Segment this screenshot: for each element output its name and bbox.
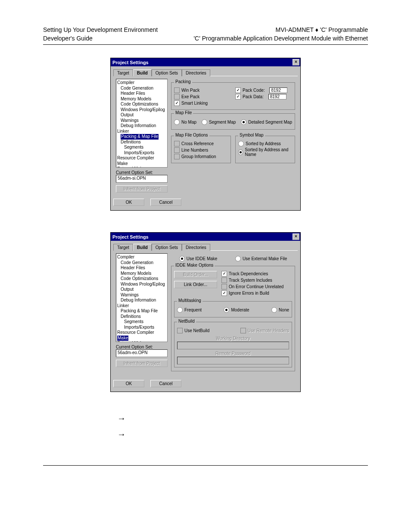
track-dependencies-checkbox[interactable] xyxy=(221,271,227,277)
tree-item[interactable]: Resource Compiler xyxy=(117,156,166,161)
win-pack-checkbox[interactable] xyxy=(174,87,180,93)
link-order-button[interactable]: Link Order... xyxy=(174,281,217,288)
tab-directories[interactable]: Directories xyxy=(182,244,210,251)
header-right-1b: 'C' Programmable xyxy=(320,26,368,33)
smart-linking-label: Smart Linking xyxy=(181,101,208,106)
tree-item[interactable]: Memory Models xyxy=(117,96,166,102)
moderate-radio[interactable] xyxy=(224,307,229,313)
tab-directories[interactable]: Directories xyxy=(182,69,210,76)
inherit-from-project-button: Inherit from Project xyxy=(116,360,168,367)
symbol-map-title: Symbol Map xyxy=(238,133,265,137)
tree-item[interactable]: Code Optimizations xyxy=(117,276,166,282)
settings-tree[interactable]: Compiler Code Generation Header Files Me… xyxy=(116,253,168,342)
close-icon[interactable]: × xyxy=(293,233,299,240)
tree-item[interactable]: Debug Information xyxy=(117,123,166,129)
tree-item[interactable]: External Make xyxy=(117,166,166,168)
smart-linking-checkbox[interactable] xyxy=(174,100,180,106)
tree-item[interactable]: Definitions xyxy=(117,314,166,320)
tree-item-selected[interactable]: Make xyxy=(117,336,128,341)
tab-target[interactable]: Target xyxy=(113,244,133,251)
cancel-button[interactable]: Cancel xyxy=(150,199,181,206)
dialog1-title: Project Settings xyxy=(112,60,149,65)
current-option-set-field[interactable]: 56adm-si.OPN xyxy=(116,175,168,183)
tree-item[interactable]: Segments xyxy=(117,145,166,150)
exe-pack-checkbox[interactable] xyxy=(174,94,180,100)
tree-item[interactable]: Resource Compiler xyxy=(117,330,166,336)
settings-tree[interactable]: Compiler Code Generation Header Files Me… xyxy=(116,79,168,168)
pack-code-value[interactable]: 8192 xyxy=(269,87,287,93)
no-map-radio[interactable] xyxy=(174,119,180,125)
tree-item[interactable]: Imports/Exports xyxy=(117,325,166,330)
close-icon[interactable]: × xyxy=(293,59,299,65)
header-diamond: ♦ xyxy=(315,26,318,33)
tree-item[interactable]: External Make xyxy=(117,341,166,342)
sorted-by-address-and-name-radio[interactable] xyxy=(238,149,243,155)
tree-item[interactable]: Imports/Exports xyxy=(117,150,166,156)
tree-item[interactable]: Segments xyxy=(117,319,166,325)
tree-item[interactable]: Windows Prolog/Epilog xyxy=(117,282,166,287)
tab-target[interactable]: Target xyxy=(113,69,133,76)
line-numbers-checkbox[interactable] xyxy=(174,147,180,153)
tree-item[interactable]: Output xyxy=(117,287,166,292)
cross-reference-checkbox[interactable] xyxy=(174,141,180,146)
working-directory-field xyxy=(177,342,289,349)
tree-item[interactable]: Code Generation xyxy=(117,86,166,91)
use-remote-headers-checkbox xyxy=(240,328,246,333)
tree-item[interactable]: Windows Prolog/Epilog xyxy=(117,107,166,113)
ignore-errors-checkbox[interactable] xyxy=(221,290,227,296)
tree-item[interactable]: Linker xyxy=(117,129,166,134)
tab-build[interactable]: Build xyxy=(133,244,152,251)
track-system-includes-checkbox[interactable] xyxy=(221,277,227,283)
tab-option-sets[interactable]: Option Sets xyxy=(152,244,182,251)
exe-pack-label: Exe Pack xyxy=(181,94,199,99)
tree-item[interactable]: Compiler xyxy=(117,80,166,86)
tree-item[interactable]: Header Files xyxy=(117,265,166,271)
ok-button[interactable]: OK xyxy=(113,199,144,206)
on-error-continue-label: On Error Continue Unrelated xyxy=(229,284,283,289)
group-information-checkbox[interactable] xyxy=(174,154,180,159)
packing-title: Packing xyxy=(174,79,192,84)
use-idde-make-radio[interactable] xyxy=(179,256,185,261)
tree-item[interactable]: Warnings xyxy=(117,118,166,124)
cancel-button[interactable]: Cancel xyxy=(150,380,181,387)
on-error-continue-checkbox[interactable] xyxy=(221,284,227,289)
tree-item[interactable]: Compiler xyxy=(117,255,166,260)
tree-item[interactable]: Memory Models xyxy=(117,271,166,277)
ok-button[interactable]: OK xyxy=(113,380,144,387)
tree-item[interactable]: Output xyxy=(117,112,166,118)
tree-item[interactable]: Linker xyxy=(117,303,166,309)
tree-item[interactable]: Code Optimizations xyxy=(117,102,166,107)
current-option-set-field[interactable]: 56adm-eo.OPN xyxy=(116,349,168,357)
detailed-segment-map-radio[interactable] xyxy=(241,119,246,125)
sorted-by-address-radio[interactable] xyxy=(238,141,244,146)
tree-item[interactable]: Packing & Map File xyxy=(117,308,166,314)
tree-item[interactable]: Warnings xyxy=(117,292,166,298)
frequent-label: Frequent xyxy=(184,308,202,312)
none-radio[interactable] xyxy=(271,307,277,313)
arrow-icon: → xyxy=(117,414,307,423)
segment-map-radio[interactable] xyxy=(202,119,207,125)
tree-item[interactable]: Code Generation xyxy=(117,260,166,266)
map-file-group: Map File No Map Segment Map Detailed Seg… xyxy=(171,113,295,130)
idde-make-options-group: IDDE Make Options Build Order... Link Or… xyxy=(171,266,295,371)
tree-item[interactable]: Make xyxy=(117,161,166,167)
use-idde-make-label: Use IDDE Make xyxy=(187,256,218,261)
tree-item[interactable]: Debug Information xyxy=(117,298,166,303)
tree-item[interactable]: Definitions xyxy=(117,140,166,145)
tree-item-selected[interactable]: Packing & Map File xyxy=(121,134,159,140)
map-file-options-title: Map File Options xyxy=(174,133,209,137)
netbuild-title: NetBuild xyxy=(177,319,196,324)
line-numbers-label: Line Numbers xyxy=(181,148,208,152)
use-netbuild-checkbox[interactable] xyxy=(177,328,183,333)
pack-code-checkbox[interactable] xyxy=(235,87,241,93)
pack-data-checkbox[interactable] xyxy=(235,94,241,100)
sorted-by-address-and-name-label: Sorted by Address and Name xyxy=(245,147,292,157)
tab-option-sets[interactable]: Option Sets xyxy=(152,69,182,76)
pack-data-value[interactable]: 8192 xyxy=(268,94,286,100)
tree-item[interactable]: Header Files xyxy=(117,91,166,96)
frequent-radio[interactable] xyxy=(177,307,183,313)
current-option-set-label: Current Option Set: xyxy=(116,170,168,175)
tab-build[interactable]: Build xyxy=(133,69,152,76)
detailed-segment-map-label: Detailed Segment Map xyxy=(248,120,292,124)
use-external-make-radio[interactable] xyxy=(235,256,241,261)
